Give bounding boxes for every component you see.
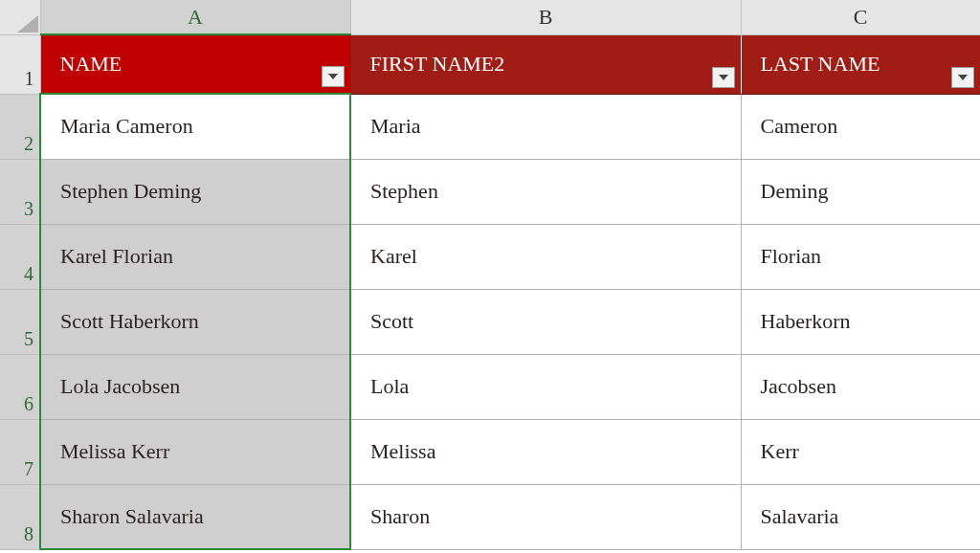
row-header-8[interactable]: 8 bbox=[0, 484, 40, 549]
header-cell-last-name[interactable]: LAST NAME bbox=[741, 34, 980, 94]
chevron-down-icon bbox=[719, 75, 728, 80]
table-row: 8 Sharon Salavaria Sharon Salavaria bbox=[0, 484, 980, 549]
column-header-C[interactable]: C bbox=[741, 0, 980, 34]
chevron-down-icon bbox=[958, 75, 968, 80]
cell-B7[interactable]: Melissa bbox=[350, 419, 741, 484]
cell-B6[interactable]: Lola bbox=[350, 354, 741, 419]
select-all-triangle[interactable] bbox=[0, 0, 40, 34]
header-cell-name[interactable]: NAME bbox=[40, 34, 350, 94]
table-header-row: 1 NAME FIRST NAME2 LAST NAME bbox=[0, 34, 980, 94]
header-label: FIRST NAME2 bbox=[370, 52, 505, 76]
table-row: 5 Scott Haberkorn Scott Haberkorn bbox=[0, 289, 980, 354]
row-header-1[interactable]: 1 bbox=[0, 34, 40, 94]
cell-A8[interactable]: Sharon Salavaria bbox=[40, 484, 350, 549]
filter-button-name[interactable] bbox=[322, 66, 345, 87]
row-header-2[interactable]: 2 bbox=[0, 94, 40, 159]
cell-A5[interactable]: Scott Haberkorn bbox=[40, 289, 350, 354]
cell-A3[interactable]: Stephen Deming bbox=[40, 159, 350, 224]
row-header-4[interactable]: 4 bbox=[0, 224, 40, 289]
table-row: 4 Karel Florian Karel Florian bbox=[0, 224, 980, 289]
column-header-A[interactable]: A bbox=[40, 0, 350, 34]
header-label: LAST NAME bbox=[761, 52, 880, 76]
column-header-row: A B C bbox=[0, 0, 980, 34]
header-cell-first-name[interactable]: FIRST NAME2 bbox=[350, 34, 741, 94]
cell-C3[interactable]: Deming bbox=[741, 159, 980, 224]
cell-B5[interactable]: Scott bbox=[350, 289, 741, 354]
table-row: 3 Stephen Deming Stephen Deming bbox=[0, 159, 980, 224]
row-header-7[interactable]: 7 bbox=[0, 419, 40, 484]
cell-B3[interactable]: Stephen bbox=[350, 159, 741, 224]
cell-C6[interactable]: Jacobsen bbox=[741, 354, 980, 419]
cell-C7[interactable]: Kerr bbox=[741, 419, 980, 484]
spreadsheet: A B C 1 NAME FIRST NAME2 LAST NAME 2 Mar… bbox=[0, 0, 980, 553]
row-header-6[interactable]: 6 bbox=[0, 354, 40, 419]
cell-A2[interactable]: Maria Cameron bbox=[40, 94, 350, 159]
filter-button-last-name[interactable] bbox=[951, 67, 974, 88]
cell-A6[interactable]: Lola Jacobsen bbox=[40, 354, 350, 419]
chevron-down-icon bbox=[328, 74, 338, 79]
header-label: NAME bbox=[60, 52, 122, 76]
cell-B8[interactable]: Sharon bbox=[350, 484, 741, 549]
select-all-icon bbox=[17, 15, 38, 33]
table-row: 2 Maria Cameron Maria Cameron bbox=[0, 94, 980, 159]
cell-A7[interactable]: Melissa Kerr bbox=[40, 419, 350, 484]
table-row: 7 Melissa Kerr Melissa Kerr bbox=[0, 419, 980, 484]
row-header-3[interactable]: 3 bbox=[0, 159, 40, 224]
cell-C5[interactable]: Haberkorn bbox=[741, 289, 980, 354]
grid-table: A B C 1 NAME FIRST NAME2 LAST NAME 2 Mar… bbox=[0, 0, 980, 550]
cell-C8[interactable]: Salavaria bbox=[741, 484, 980, 549]
cell-B2[interactable]: Maria bbox=[350, 94, 741, 159]
cell-A4[interactable]: Karel Florian bbox=[40, 224, 350, 289]
row-header-5[interactable]: 5 bbox=[0, 289, 40, 354]
column-header-B[interactable]: B bbox=[350, 0, 741, 34]
cell-B4[interactable]: Karel bbox=[350, 224, 741, 289]
cell-C2[interactable]: Cameron bbox=[741, 94, 980, 159]
cell-C4[interactable]: Florian bbox=[741, 224, 980, 289]
table-row: 6 Lola Jacobsen Lola Jacobsen bbox=[0, 354, 980, 419]
filter-button-first-name[interactable] bbox=[712, 67, 735, 88]
